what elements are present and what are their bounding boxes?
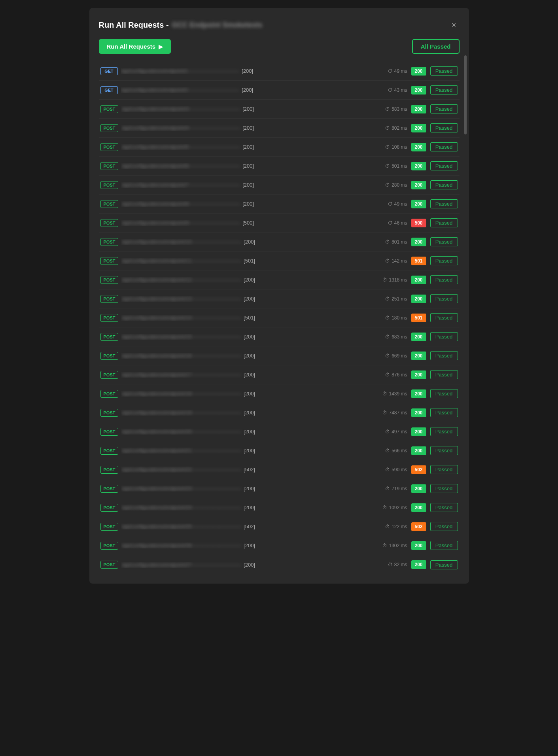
request-row[interactable]: POST /api/configurations/endpoint/22----…	[99, 460, 460, 479]
method-badge: POST	[100, 124, 119, 132]
request-row[interactable]: POST /api/configurations/endpoint/3-----…	[99, 100, 460, 119]
method-badge: POST	[100, 238, 119, 246]
http-status-badge: 200	[411, 560, 426, 569]
timing: ⏱ 108 ms	[376, 144, 407, 150]
method-badge: POST	[100, 333, 119, 341]
request-row[interactable]: POST /api/configurations/endpoint/15----…	[99, 327, 460, 346]
timing-value: 49 ms	[394, 68, 407, 74]
timing: ⏱ 497 ms	[376, 429, 407, 435]
request-row[interactable]: POST /api/configurations/endpoint/14----…	[99, 308, 460, 327]
http-status-badge: 200	[411, 352, 426, 360]
request-row[interactable]: POST /api/configurations/endpoint/21----…	[99, 441, 460, 460]
request-path: /api/configurations/endpoint/23---------…	[121, 486, 241, 491]
request-row[interactable]: POST /api/configurations/endpoint/10----…	[99, 232, 460, 251]
request-row[interactable]: POST /api/configurations/endpoint/18----…	[99, 384, 460, 403]
request-meta: ⏱ 497 ms 200 Passed	[376, 427, 458, 436]
request-path: /api/configurations/endpoint/2----------…	[121, 87, 240, 93]
request-row[interactable]: POST /api/configurations/endpoint/20----…	[99, 422, 460, 441]
scrollbar[interactable]	[464, 55, 467, 134]
all-passed-button[interactable]: All Passed	[412, 39, 460, 54]
request-info: /api/configurations/endpoint/26---------…	[121, 542, 372, 548]
passed-badge: Passed	[430, 66, 458, 76]
request-row[interactable]: POST /api/configurations/endpoint/25----…	[99, 517, 460, 536]
modal-title: Run All Requests - GCC Endpoint Smoketes…	[99, 21, 263, 30]
request-row[interactable]: POST /api/configurations/endpoint/23----…	[99, 479, 460, 498]
clock-icon: ⏱	[385, 429, 390, 435]
request-row[interactable]: POST /api/configurations/endpoint/24----…	[99, 498, 460, 517]
timing-value: 1302 ms	[389, 543, 407, 548]
request-row[interactable]: POST /api/configurations/endpoint/7-----…	[99, 176, 460, 195]
timing-value: 108 ms	[392, 144, 407, 150]
status-code-text: [200]	[244, 542, 255, 548]
request-row[interactable]: POST /api/configurations/endpoint/12----…	[99, 270, 460, 289]
close-button[interactable]: ×	[448, 19, 460, 31]
http-status-badge: 200	[411, 295, 426, 303]
http-status-badge: 200	[411, 238, 426, 246]
http-status-badge: 200	[411, 503, 426, 512]
request-row[interactable]: POST /api/configurations/endpoint/11----…	[99, 251, 460, 270]
method-badge: POST	[100, 485, 119, 493]
passed-badge: Passed	[430, 161, 458, 170]
request-row[interactable]: POST /api/configurations/endpoint/16----…	[99, 346, 460, 365]
request-path: /api/configurations/endpoint/1----------…	[121, 68, 240, 74]
timing: ⏱ 501 ms	[376, 163, 407, 169]
timing: ⏱ 49 ms	[376, 201, 407, 207]
request-row[interactable]: GET /api/configurations/endpoint/2------…	[99, 81, 460, 100]
clock-icon: ⏱	[385, 144, 390, 150]
request-meta: ⏱ 583 ms 200 Passed	[376, 104, 458, 113]
request-meta: ⏱ 1318 ms 200 Passed	[376, 275, 458, 284]
request-info: /api/configurations/endpoint/20---------…	[121, 429, 372, 435]
play-icon: ▶	[159, 43, 163, 50]
clock-icon: ⏱	[385, 296, 390, 302]
timing: ⏱ 82 ms	[376, 562, 407, 567]
request-path: /api/configurations/endpoint/27---------…	[121, 562, 241, 568]
method-badge: POST	[100, 371, 119, 379]
request-row[interactable]: POST /api/configurations/endpoint/4-----…	[99, 119, 460, 138]
http-status-badge: 502	[411, 522, 426, 531]
request-row[interactable]: POST /api/configurations/endpoint/19----…	[99, 403, 460, 422]
request-info: /api/configurations/endpoint/9----------…	[121, 220, 372, 226]
request-path: /api/configurations/endpoint/3----------…	[121, 106, 240, 112]
request-path: /api/configurations/endpoint/15---------…	[121, 334, 241, 340]
request-meta: ⏱ 590 ms 502 Passed	[376, 465, 458, 474]
request-path: /api/configurations/endpoint/10---------…	[121, 239, 241, 245]
request-path: /api/configurations/endpoint/5----------…	[121, 144, 240, 150]
status-code-text: [200]	[244, 448, 255, 454]
status-code-text: [200]	[242, 125, 254, 131]
request-row[interactable]: POST /api/configurations/endpoint/9-----…	[99, 214, 460, 232]
request-meta: ⏱ 1092 ms 200 Passed	[376, 503, 458, 512]
request-row[interactable]: POST /api/configurations/endpoint/26----…	[99, 536, 460, 555]
request-meta: ⏱ 501 ms 200 Passed	[376, 161, 458, 170]
request-info: /api/configurations/endpoint/24---------…	[121, 505, 372, 510]
request-row[interactable]: POST /api/configurations/endpoint/8-----…	[99, 195, 460, 214]
timing-value: 683 ms	[392, 334, 407, 340]
timing: ⏱ 43 ms	[376, 87, 407, 93]
request-meta: ⏱ 566 ms 200 Passed	[376, 446, 458, 455]
request-row[interactable]: POST /api/configurations/endpoint/5-----…	[99, 138, 460, 157]
request-info: /api/configurations/endpoint/10---------…	[121, 239, 372, 245]
timing-value: 583 ms	[392, 106, 407, 112]
method-badge: POST	[100, 181, 119, 189]
request-path: /api/configurations/endpoint/17---------…	[121, 372, 241, 378]
run-all-button[interactable]: Run All Requests ▶	[99, 39, 171, 54]
method-badge: POST	[100, 295, 119, 303]
request-row[interactable]: POST /api/configurations/endpoint/27----…	[99, 555, 460, 574]
method-badge: GET	[100, 86, 118, 94]
http-status-badge: 200	[411, 124, 426, 132]
timing-value: 251 ms	[392, 296, 407, 302]
request-path: /api/configurations/endpoint/21---------…	[121, 448, 241, 454]
request-row[interactable]: POST /api/configurations/endpoint/13----…	[99, 289, 460, 308]
request-info: /api/configurations/endpoint/7----------…	[121, 182, 372, 188]
request-info: /api/configurations/endpoint/23---------…	[121, 486, 372, 491]
request-row[interactable]: GET /api/configurations/endpoint/1------…	[99, 62, 460, 81]
request-row[interactable]: POST /api/configurations/endpoint/17----…	[99, 365, 460, 384]
request-meta: ⏱ 49 ms 200 Passed	[376, 199, 458, 208]
request-info: /api/configurations/endpoint/3----------…	[121, 106, 372, 112]
timing: ⏱ 719 ms	[376, 486, 407, 491]
clock-icon: ⏱	[382, 391, 387, 397]
passed-badge: Passed	[430, 199, 458, 208]
clock-icon: ⏱	[385, 448, 390, 454]
passed-badge: Passed	[430, 484, 458, 493]
clock-icon: ⏱	[388, 220, 393, 226]
request-row[interactable]: POST /api/configurations/endpoint/6-----…	[99, 157, 460, 176]
